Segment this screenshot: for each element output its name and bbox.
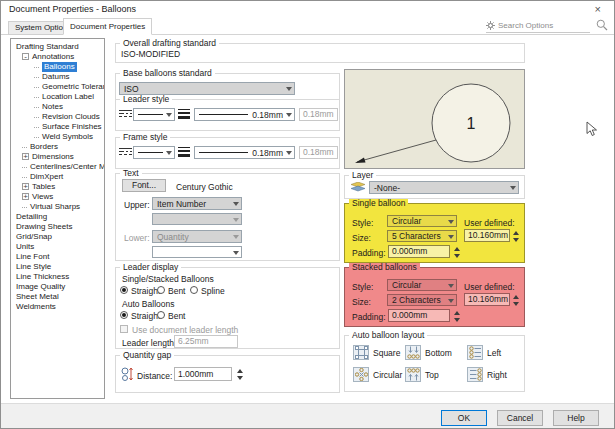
layout-option-label: Right xyxy=(487,370,507,380)
upper-secondary-combo xyxy=(152,213,242,225)
user-defined-label: User defined: xyxy=(464,282,515,292)
layer-combo[interactable]: -None- xyxy=(369,181,519,194)
group-label: Leader style xyxy=(120,95,172,104)
tree-item[interactable]: Drafting Standard xyxy=(11,42,104,52)
settings-tree: Drafting Standard-AnnotationsBalloonsDat… xyxy=(10,38,105,399)
tree-item[interactable]: +Tables xyxy=(11,182,104,192)
tree-item[interactable]: -Annotations xyxy=(11,52,104,62)
expand-icon[interactable]: + xyxy=(22,153,29,160)
tree-item[interactable]: +Views xyxy=(11,192,104,202)
leader-line-style-combo[interactable] xyxy=(133,108,175,121)
lower-secondary-combo[interactable] xyxy=(152,246,242,258)
tree-item[interactable]: Line Thickness xyxy=(11,272,104,282)
tree-item[interactable]: Balloons xyxy=(11,62,104,72)
use-document-leader-length-checkbox[interactable] xyxy=(120,325,128,333)
auto-bent-radio[interactable] xyxy=(157,311,165,319)
frame-line-style-combo[interactable] xyxy=(133,146,175,159)
left-layout-icon[interactable] xyxy=(467,345,483,360)
bottom-layout-icon[interactable] xyxy=(405,345,421,360)
search-options-input[interactable]: Search Options xyxy=(486,19,590,33)
lower-label: Lower: xyxy=(124,233,150,243)
tree-item[interactable]: Centerlines/Center Marks xyxy=(11,162,104,172)
group-label: Layer xyxy=(349,171,376,180)
ok-button[interactable]: OK xyxy=(441,410,487,426)
close-icon[interactable]: × xyxy=(595,2,601,16)
quantity-gap-group: Quantity gap Distance: 1.000mm xyxy=(115,355,340,393)
tree-item-label: Virtual Sharps xyxy=(30,202,80,212)
single-stacked-bent-radio[interactable] xyxy=(157,286,165,294)
layer-icon xyxy=(351,182,366,193)
tree-item[interactable]: Surface Finishes xyxy=(11,122,104,132)
layout-option-label: Square xyxy=(373,348,400,358)
tree-item[interactable]: Weld Symbols xyxy=(11,132,104,142)
leader-length-input[interactable]: 6.25mm xyxy=(174,335,238,348)
tree-item[interactable]: Borders xyxy=(11,142,104,152)
search-icon[interactable] xyxy=(596,19,608,31)
gear-icon xyxy=(486,21,495,30)
tree-item[interactable]: Location Label xyxy=(11,92,104,102)
single-user-defined-input[interactable]: 10.160mm xyxy=(464,229,510,242)
right-layout-icon[interactable] xyxy=(467,367,483,382)
single-user-defined-spinner[interactable] xyxy=(513,230,520,242)
layout-option-label: Circular xyxy=(373,370,402,380)
tree-item[interactable]: Weldments xyxy=(11,302,104,312)
frame-custom-thickness-input[interactable]: 0.18mm xyxy=(299,146,338,159)
tree-item[interactable]: Sheet Metal xyxy=(11,292,104,302)
stacked-size-combo[interactable]: 2 Characters xyxy=(387,294,457,306)
tab-document-properties[interactable]: Document Properties xyxy=(63,18,152,35)
distance-input[interactable]: 1.000mm xyxy=(174,367,232,381)
tree-item[interactable]: Drawing Sheets xyxy=(11,222,104,232)
upper-combo[interactable]: Item Number xyxy=(152,197,242,210)
single-padding-input[interactable]: 0.000mm xyxy=(388,245,450,258)
distance-spinner[interactable] xyxy=(237,368,244,380)
expand-icon[interactable]: + xyxy=(22,193,29,200)
font-button[interactable]: Font... xyxy=(122,179,166,192)
square-layout-icon[interactable] xyxy=(353,345,369,360)
tree-item[interactable]: Image Quality xyxy=(11,282,104,292)
single-size-combo[interactable]: 5 Characters xyxy=(387,230,457,242)
help-button[interactable]: Help xyxy=(553,410,599,426)
group-label: Leader display xyxy=(120,263,181,272)
single-style-combo[interactable]: Circular xyxy=(387,215,457,227)
combo-value: Circular xyxy=(392,216,421,226)
tree-item[interactable]: +Dimensions xyxy=(11,152,104,162)
tree-connector xyxy=(34,137,39,138)
single-stacked-spline-radio[interactable] xyxy=(190,286,198,294)
tree-item[interactable]: Line Style xyxy=(11,262,104,272)
line-thickness-icon xyxy=(178,146,190,158)
layer-group: Layer -None- xyxy=(344,175,525,199)
single-stacked-balloons-label: Single/Stacked Balloons xyxy=(122,274,214,284)
tree-item[interactable]: Datums xyxy=(11,72,104,82)
radio-label: Straight xyxy=(131,311,160,321)
tree-item[interactable]: Notes xyxy=(11,102,104,112)
tree-item[interactable]: Grid/Snap xyxy=(11,232,104,242)
tree-item[interactable]: Units xyxy=(11,242,104,252)
leader-line-thickness-combo[interactable]: 0.18mm xyxy=(194,108,295,121)
single-padding-spinner[interactable] xyxy=(454,246,461,258)
tree-item[interactable]: Virtual Sharps xyxy=(11,202,104,212)
tree-item[interactable]: Line Font xyxy=(11,252,104,262)
single-stacked-straight-radio[interactable] xyxy=(120,286,128,294)
balloon-preview-image: 1 xyxy=(345,70,524,168)
expand-icon[interactable]: + xyxy=(22,183,29,190)
tree-item[interactable]: Revision Clouds xyxy=(11,112,104,122)
chevron-down-icon xyxy=(166,113,172,117)
tree-item[interactable]: Detailing xyxy=(11,212,104,222)
collapse-icon[interactable]: - xyxy=(22,53,29,60)
top-layout-icon[interactable] xyxy=(405,367,421,382)
leader-custom-thickness-input[interactable]: 0.18mm xyxy=(299,108,338,121)
stacked-style-combo[interactable]: Circular xyxy=(387,279,457,291)
stacked-padding-spinner[interactable] xyxy=(454,310,461,322)
stacked-user-defined-spinner[interactable] xyxy=(513,294,520,306)
tree-connector xyxy=(22,207,27,208)
circular-layout-icon[interactable] xyxy=(353,367,369,382)
combo-value: -None- xyxy=(374,183,400,193)
auto-straight-radio[interactable] xyxy=(120,311,128,319)
frame-line-thickness-combo[interactable]: 0.18mm xyxy=(194,146,295,159)
stacked-user-defined-input[interactable]: 10.160mm xyxy=(464,293,510,306)
text-group: Text Font... Century Gothic Upper: Item … xyxy=(115,173,340,261)
cancel-button[interactable]: Cancel xyxy=(497,410,543,426)
stacked-padding-input[interactable]: 0.000mm xyxy=(388,309,450,322)
tree-item[interactable]: DimXpert xyxy=(11,172,104,182)
tree-item[interactable]: Geometric Tolerances xyxy=(11,82,104,92)
